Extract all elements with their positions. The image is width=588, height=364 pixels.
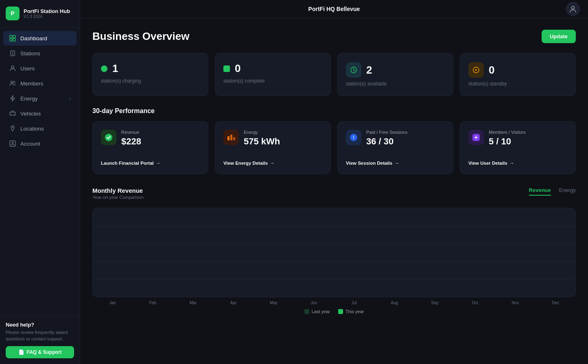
page-header: Business Overview Update — [92, 30, 576, 43]
sidebar-item-members[interactable]: Members — [3, 76, 77, 91]
chart-label-jan: Jan — [92, 301, 133, 305]
topbar-location: PortFi HQ Bellevue — [308, 6, 360, 12]
perf-card-sessions: ! Paid / Free Sessions 36 / 30 View Sess… — [337, 121, 453, 174]
standby-label: station(s) standby — [468, 81, 567, 87]
svg-point-11 — [11, 115, 12, 116]
arrow-right-icon: → — [509, 161, 514, 166]
chart-label-oct: Oct — [455, 301, 495, 305]
charging-count: 1 — [112, 62, 118, 75]
energy-expand-icon: › — [69, 96, 71, 101]
perf-card-energy: Energy 575 kWh View Energy Details → — [215, 121, 331, 174]
chart-title: Monthly Revenue — [92, 187, 144, 194]
chart-label-may: May — [254, 301, 294, 305]
chart-legend: Last year This year — [92, 309, 576, 314]
chart-label-jun: Jun — [294, 301, 334, 305]
svg-point-9 — [13, 81, 15, 83]
sessions-link[interactable]: View Session Details → — [346, 161, 445, 166]
status-card-available: 2 station(s) available — [337, 53, 453, 96]
sidebar-logo: P PortFi Station Hub V1.3 2024 — [0, 0, 80, 27]
sidebar-item-label: Dashboard — [20, 35, 47, 41]
sidebar-item-dashboard[interactable]: Dashboard — [3, 31, 77, 46]
chart-subtitle: Year-on-year Comparison — [92, 195, 144, 200]
app-name: PortFi Station Hub — [24, 8, 70, 14]
legend-last-year-label: Last year — [312, 309, 330, 314]
revenue-icon — [101, 130, 116, 145]
chart-label-feb: Feb — [133, 301, 173, 305]
svg-rect-0 — [10, 35, 12, 38]
standby-count: 0 — [489, 64, 494, 76]
help-description: Please review frequently asked questions… — [6, 329, 74, 342]
account-icon — [9, 140, 16, 147]
svg-point-19 — [475, 69, 477, 71]
perf-card-revenue: Revenue $228 Launch Financial Portal → — [92, 121, 208, 174]
sessions-value: 36 / 30 — [366, 136, 408, 147]
available-status-icon — [346, 62, 361, 78]
complete-status-icon — [223, 65, 230, 72]
stations-icon — [9, 50, 16, 57]
legend-last-year: Last year — [304, 309, 330, 314]
energy-link[interactable]: View Energy Details → — [223, 161, 322, 166]
sessions-icon: ! — [346, 130, 361, 145]
status-card-charging: 1 station(s) charging — [92, 53, 208, 96]
svg-rect-3 — [13, 39, 15, 41]
sidebar-item-users[interactable]: Users — [3, 61, 77, 76]
chart-section: Monthly Revenue Year-on-year Comparison … — [92, 187, 576, 314]
legend-this-year-label: This year — [345, 309, 364, 314]
arrow-right-icon: → — [270, 161, 275, 166]
sidebar-item-label: Account — [20, 141, 40, 147]
legend-this-year: This year — [338, 309, 364, 314]
app-logo-icon: P — [6, 7, 20, 20]
faq-label: FAQ & Support — [27, 349, 62, 355]
performance-section-title: 30-day Performance — [92, 107, 576, 115]
revenue-label: Revenue — [121, 130, 141, 135]
page-content: Business Overview Update 1 station(s) ch… — [80, 18, 588, 364]
available-count: 2 — [366, 64, 372, 76]
sidebar-item-label: Users — [20, 65, 35, 72]
app-logo-text: PortFi Station Hub V1.3 2024 — [24, 8, 70, 19]
performance-cards-grid: Revenue $228 Launch Financial Portal → — [92, 121, 576, 174]
svg-point-8 — [11, 81, 13, 83]
chart-month-labels: JanFebMarAprMayJunJulAugSepOctNovDec — [92, 301, 576, 305]
sidebar-item-vehicles[interactable]: Vehicles — [3, 106, 77, 121]
legend-this-year-dot — [338, 309, 343, 314]
energy-icon — [9, 95, 16, 102]
chart-tab-energy[interactable]: Energy — [559, 187, 576, 196]
svg-point-5 — [12, 54, 13, 55]
sidebar-item-label: Locations — [20, 126, 44, 132]
user-avatar-button[interactable] — [566, 2, 580, 16]
svg-point-15 — [12, 142, 13, 144]
chart-label-aug: Aug — [374, 301, 415, 305]
perf-card-members: Members / Visitors 5 / 10 View User Deta… — [460, 121, 576, 174]
revenue-link[interactable]: Launch Financial Portal → — [101, 161, 200, 166]
sidebar-item-label: Vehicles — [20, 111, 41, 117]
sidebar-item-account[interactable]: Account — [3, 136, 77, 151]
available-label: station(s) available — [346, 81, 445, 87]
vehicles-icon — [9, 110, 16, 117]
svg-rect-22 — [230, 135, 232, 140]
svg-rect-1 — [13, 35, 15, 38]
energy-perf-icon — [223, 130, 239, 145]
sidebar-item-stations[interactable]: Stations — [3, 46, 77, 61]
sidebar-item-energy[interactable]: Energy › — [3, 91, 77, 106]
update-button[interactable]: Update — [542, 30, 576, 43]
faq-support-button[interactable]: 📄 FAQ & Support — [6, 346, 74, 358]
main-content: PortFi HQ Bellevue Business Overview Upd… — [80, 0, 588, 364]
members-value: 5 / 10 — [489, 136, 526, 147]
chart-label-mar: Mar — [173, 301, 213, 305]
arrow-right-icon: → — [394, 161, 399, 166]
sessions-label: Paid / Free Sessions — [366, 130, 408, 135]
energy-label: Energy — [244, 130, 280, 135]
chart-label-nov: Nov — [495, 301, 536, 305]
svg-point-7 — [11, 66, 14, 68]
energy-value: 575 kWh — [244, 136, 280, 147]
svg-text:!: ! — [353, 135, 354, 140]
chart-label-apr: Apr — [213, 301, 254, 305]
page-title: Business Overview — [92, 30, 189, 43]
status-card-standby: 0 station(s) standby — [460, 53, 576, 96]
chart-tab-revenue[interactable]: Revenue — [529, 187, 551, 196]
help-title: Need help? — [6, 322, 74, 328]
members-link[interactable]: View User Details → — [468, 161, 567, 166]
chart-label-sep: Sep — [415, 301, 455, 305]
charging-label: station(s) charging — [101, 78, 200, 84]
sidebar-item-locations[interactable]: Locations — [3, 121, 77, 136]
